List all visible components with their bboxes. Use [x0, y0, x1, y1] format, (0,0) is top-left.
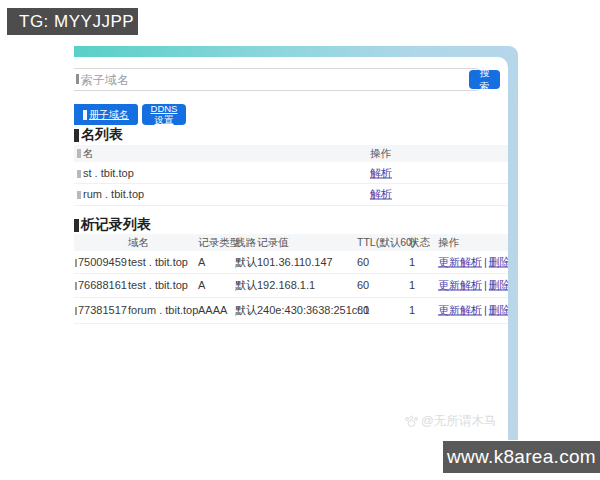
paw-icon	[404, 415, 419, 428]
record-action-cell: 更新解析|删除	[438, 278, 508, 293]
record-domain-cell: test . tbit.top	[128, 256, 188, 268]
resolve-link[interactable]: 解析	[370, 165, 392, 180]
record-domain-column-header: 域名	[128, 236, 149, 250]
search-subdomain-input[interactable]	[74, 68, 480, 91]
clipped-character-fragment	[83, 110, 87, 120]
record-list-title-text: 析记录列表	[81, 216, 151, 232]
telegram-handle-badge: TG: MYYJJPP	[7, 8, 138, 35]
action-separator: |	[484, 256, 487, 268]
author-watermark: @无所谓木马	[404, 413, 496, 430]
clipped-character-fragment	[75, 307, 77, 315]
record-type-cell: AAAA	[198, 304, 227, 316]
register-subdomain-button-label: 册子域名	[89, 108, 129, 122]
clipped-character-fragment	[75, 282, 77, 290]
clipped-character-fragment	[77, 170, 81, 178]
record-status-column-header: 状态	[409, 236, 430, 250]
clipped-character-fragment	[77, 191, 81, 199]
page: { "page": { "tg_label": "TG: MYYJJPP", "…	[0, 0, 600, 480]
record-id-cell: 75009459	[75, 256, 127, 268]
dns-panel-card: 搜索 册子域名 DDNS设置 名列表 名 操作 st . tbit.top 解析…	[74, 57, 508, 440]
record-ttl-cell: 60	[357, 304, 369, 316]
record-table-row: 75009459 test . tbit.top A 默认 101.36.110…	[74, 251, 508, 274]
record-table-row: 77381517 forum . tbit.top AAAA 默认 240e:4…	[74, 297, 508, 324]
domain-name-cell: rum . tbit.top	[77, 188, 144, 200]
clipped-character-fragment	[76, 74, 79, 84]
author-watermark-text: @无所谓木马	[421, 413, 496, 430]
domain-table-row: st . tbit.top 解析	[74, 162, 508, 184]
record-action-cell: 更新解析|删除	[438, 303, 508, 318]
delete-record-link[interactable]: 删除	[489, 304, 508, 316]
record-status-cell: 1	[409, 304, 415, 316]
domain-table-header: 名 操作	[74, 145, 508, 162]
record-value-cell: 240e:430:3638:251c::1	[257, 304, 370, 316]
update-record-link[interactable]: 更新解析	[438, 304, 482, 316]
record-ttl-column-header: TTL(默认60)	[357, 236, 415, 250]
screenshot-frame: 搜索 册子域名 DDNS设置 名列表 名 操作 st . tbit.top 解析…	[74, 46, 518, 440]
action-separator: |	[484, 304, 487, 316]
record-value-column-header: 记录值	[257, 236, 289, 250]
record-status-cell: 1	[409, 279, 415, 291]
clipped-character-fragment	[77, 149, 81, 158]
resolve-link[interactable]: 解析	[370, 187, 392, 202]
domain-name-column-header: 名	[77, 147, 94, 161]
record-type-cell: A	[198, 256, 205, 268]
record-type-column-header: 记录类型	[198, 236, 240, 250]
record-ttl-cell: 60	[357, 256, 369, 268]
domain-list-title: 名列表	[74, 126, 123, 144]
clipped-character-fragment	[74, 129, 79, 142]
record-status-cell: 1	[409, 256, 415, 268]
search-button[interactable]: 搜索	[469, 70, 500, 89]
record-domain-cell: forum . tbit.top	[128, 304, 198, 316]
record-value-cell: 192.168.1.1	[257, 279, 315, 291]
clipped-character-fragment	[74, 219, 79, 232]
record-id-cell: 77381517	[75, 304, 127, 316]
record-table-row: 76688161 test . tbit.top A 默认 192.168.1.…	[74, 273, 508, 298]
delete-record-link[interactable]: 删除	[489, 256, 508, 268]
record-domain-cell: test . tbit.top	[128, 279, 188, 291]
domain-list-title-text: 名列表	[81, 126, 123, 142]
delete-record-link[interactable]: 删除	[489, 279, 508, 291]
record-type-cell: A	[198, 279, 205, 291]
action-separator: |	[484, 279, 487, 291]
record-action-column-header: 操作	[438, 236, 459, 250]
record-action-cell: 更新解析|删除	[438, 255, 508, 270]
record-ttl-cell: 60	[357, 279, 369, 291]
record-line-cell: 默认	[235, 278, 257, 293]
record-table-header: 域名 记录类型 线路 记录值 TTL(默认60) 状态 操作	[74, 234, 508, 251]
domain-table-row: rum . tbit.top 解析	[74, 183, 508, 206]
domain-name-cell: st . tbit.top	[77, 167, 134, 179]
ddns-settings-button[interactable]: DDNS设置	[142, 104, 186, 125]
record-list-title: 析记录列表	[74, 216, 151, 234]
record-id-cell: 76688161	[75, 279, 127, 291]
record-line-cell: 默认	[235, 303, 257, 318]
clipped-character-fragment	[75, 259, 77, 267]
record-line-column-header: 线路	[235, 236, 256, 250]
update-record-link[interactable]: 更新解析	[438, 279, 482, 291]
update-record-link[interactable]: 更新解析	[438, 256, 482, 268]
action-column-header: 操作	[370, 147, 391, 161]
record-value-cell: 101.36.110.147	[257, 256, 333, 268]
site-watermark-badge: www.k8area.com	[443, 441, 600, 473]
register-subdomain-button[interactable]: 册子域名	[74, 104, 138, 125]
record-line-cell: 默认	[235, 255, 257, 270]
